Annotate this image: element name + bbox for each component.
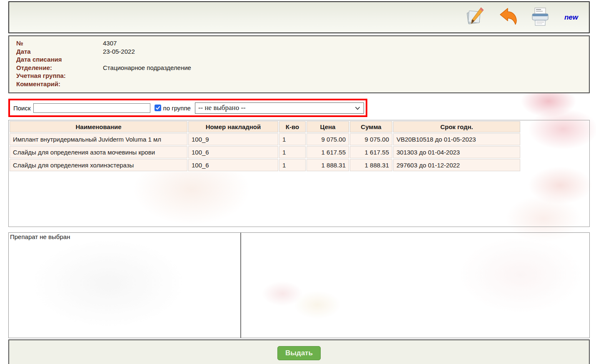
drug-detail-pane: Препарат не выбран xyxy=(9,233,241,338)
footer-bar: Выдать xyxy=(8,339,590,364)
column-header-sum: Сумма xyxy=(350,121,392,132)
column-header-expiry: Срок годн. xyxy=(393,121,520,132)
cell-name: Слайды для определения холинэстеразы xyxy=(10,159,187,171)
by-group-label: по группе xyxy=(163,105,191,112)
field-row-number: № 4307 xyxy=(16,39,585,47)
page: new № 4307 Дата 23-05-2022 Дата списания… xyxy=(8,1,590,364)
search-label: Поиск xyxy=(13,105,31,112)
detail-panel: Препарат не выбран xyxy=(8,232,590,338)
field-value: 23-05-2022 xyxy=(103,47,135,56)
printer-icon xyxy=(530,7,551,28)
cell-qty: 1 xyxy=(279,133,306,145)
cell-sum: 1 617.55 xyxy=(350,146,392,158)
table-row[interactable]: Имплант внутридермальный Juviderm Voluma… xyxy=(10,133,520,145)
column-header-name: Наименование xyxy=(10,121,187,132)
cell-sum: 9 075.00 xyxy=(350,133,392,145)
field-label: Отделение: xyxy=(16,64,103,72)
cell-expiry: 301303 до 01-04-2023 xyxy=(393,146,520,158)
cell-name: Слайды для определения азота мочевины кр… xyxy=(10,146,187,158)
group-select-value: -- не выбрано -- xyxy=(198,104,246,112)
items-table: Наименование Номер накладной К-во Цена С… xyxy=(9,120,521,172)
field-row-department: Отделение: Стационарное подразделение xyxy=(16,64,585,72)
table-row[interactable]: Слайды для определения холинэстеразы 100… xyxy=(10,159,520,171)
field-row-writeoff-date: Дата списания xyxy=(16,55,585,64)
cell-invoice: 100_6 xyxy=(188,146,278,158)
field-label: Комментарий: xyxy=(16,80,103,88)
chevron-down-icon xyxy=(355,104,360,112)
cell-expiry: 297603 до 01-12-2022 xyxy=(393,159,520,171)
toolbar: new xyxy=(8,1,590,33)
table-row[interactable]: Слайды для определения азота мочевины кр… xyxy=(10,146,520,158)
by-group-checkbox[interactable] xyxy=(155,105,161,111)
cell-price: 1 888.31 xyxy=(307,159,349,171)
cell-name: Имплант внутридермальный Juviderm Voluma… xyxy=(10,133,187,145)
cell-price: 9 075.00 xyxy=(307,133,349,145)
field-row-comment: Комментарий: xyxy=(16,80,585,88)
no-drug-selected-message: Препарат не выбран xyxy=(10,233,70,240)
document-header: № 4307 Дата 23-05-2022 Дата списания Отд… xyxy=(8,35,590,93)
field-row-date: Дата 23-05-2022 xyxy=(16,47,585,56)
checkmark-icon xyxy=(155,105,160,112)
undo-button[interactable] xyxy=(497,7,519,28)
field-value: 4307 xyxy=(103,39,117,47)
undo-arrow-icon xyxy=(497,7,519,28)
field-label: Учетная группа: xyxy=(16,72,103,80)
cell-price: 1 617.55 xyxy=(307,146,349,158)
cell-qty: 1 xyxy=(279,159,306,171)
edit-document-button[interactable] xyxy=(464,7,486,28)
new-document-link[interactable]: new xyxy=(564,13,578,22)
cell-sum: 1 888.31 xyxy=(350,159,392,171)
field-label: № xyxy=(16,39,103,47)
items-table-header-row: Наименование Номер накладной К-во Цена С… xyxy=(10,121,520,132)
cell-qty: 1 xyxy=(279,146,306,158)
field-label: Дата списания xyxy=(16,55,103,64)
search-input[interactable] xyxy=(33,103,150,113)
column-header-price: Цена xyxy=(307,121,349,132)
search-bar: Поиск по группе -- не выбрано -- xyxy=(8,99,367,117)
cell-invoice: 100_6 xyxy=(188,159,278,171)
cell-expiry: VB20B10518 до 01-05-2023 xyxy=(393,133,520,145)
cell-invoice: 100_9 xyxy=(188,133,278,145)
issue-button[interactable]: Выдать xyxy=(277,346,321,360)
column-header-invoice: Номер накладной xyxy=(188,121,278,132)
column-header-qty: К-во xyxy=(279,121,306,132)
field-value: Стационарное подразделение xyxy=(103,64,191,72)
detail-right-pane xyxy=(241,233,589,338)
field-label: Дата xyxy=(16,47,103,56)
items-table-panel: Наименование Номер накладной К-во Цена С… xyxy=(8,120,590,227)
field-row-accounting-group: Учетная группа: xyxy=(16,72,585,80)
print-button[interactable] xyxy=(529,7,551,28)
group-select[interactable]: -- не выбрано -- xyxy=(195,102,364,114)
edit-notes-icon xyxy=(464,7,486,28)
